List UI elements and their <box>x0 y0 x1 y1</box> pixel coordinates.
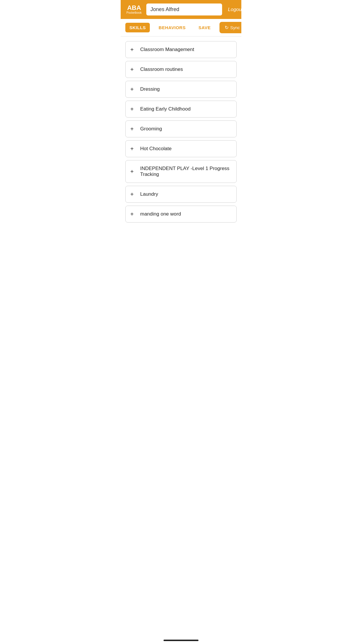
skill-item[interactable]: +manding one word <box>125 206 237 223</box>
skill-item[interactable]: +Classroom routines <box>125 61 237 78</box>
skill-label: Classroom Management <box>140 47 194 52</box>
logout-button[interactable]: Logout <box>226 6 241 14</box>
skill-item[interactable]: +Hot Chocolate <box>125 140 237 157</box>
sync-icon: ↻ <box>225 25 229 30</box>
plus-icon: + <box>130 126 136 132</box>
sync-button[interactable]: ↻ Sync <box>219 22 241 33</box>
plus-icon: + <box>130 86 136 92</box>
skill-label: Laundry <box>140 191 158 197</box>
plus-icon: + <box>130 146 136 152</box>
skill-item[interactable]: +INDEPENDENT PLAY -Level 1 Progress Trac… <box>125 160 237 183</box>
tab-behaviors[interactable]: BEHAVIORS <box>154 23 190 32</box>
skill-item[interactable]: +Dressing <box>125 81 237 98</box>
skill-label: Grooming <box>140 126 162 132</box>
skill-label: INDEPENDENT PLAY -Level 1 Progress Track… <box>140 166 232 177</box>
plus-icon: + <box>130 169 136 174</box>
patient-search-input[interactable] <box>146 4 222 15</box>
app-header: ABA Pocketbook Logout <box>121 0 241 19</box>
skills-list: +Classroom Management+Classroom routines… <box>121 36 241 227</box>
logo-subtitle: Pocketbook <box>125 11 143 15</box>
skill-item[interactable]: +Eating Early Childhood <box>125 101 237 118</box>
logo-title: ABA <box>125 5 143 11</box>
skill-label: Classroom routines <box>140 66 183 72</box>
plus-icon: + <box>130 211 136 217</box>
sync-label: Sync <box>230 25 240 30</box>
skill-item[interactable]: +Grooming <box>125 120 237 137</box>
plus-icon: + <box>130 47 136 52</box>
skill-label: Eating Early Childhood <box>140 106 191 112</box>
tab-skills[interactable]: SKILLS <box>125 23 150 32</box>
plus-icon: + <box>130 66 136 72</box>
tab-bar: SKILLS BEHAVIORS SAVE ↻ Sync <box>121 19 241 36</box>
plus-icon: + <box>130 106 136 112</box>
tab-save[interactable]: SAVE <box>194 23 215 32</box>
skill-label: manding one word <box>140 211 181 217</box>
app-logo: ABA Pocketbook <box>125 5 143 15</box>
skill-label: Hot Chocolate <box>140 146 172 152</box>
plus-icon: + <box>130 191 136 197</box>
skill-label: Dressing <box>140 86 160 92</box>
skill-item[interactable]: +Laundry <box>125 186 237 203</box>
skill-item[interactable]: +Classroom Management <box>125 41 237 58</box>
home-indicator <box>164 640 198 641</box>
